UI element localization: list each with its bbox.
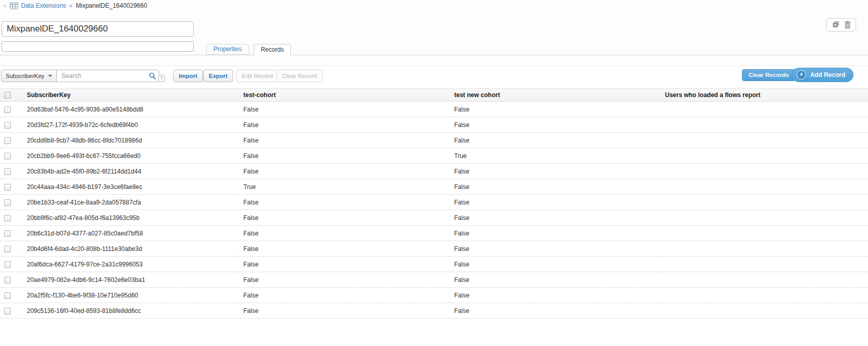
row-checkbox[interactable] bbox=[4, 246, 11, 253]
cell-flows-report bbox=[660, 164, 868, 179]
row-checkbox[interactable] bbox=[4, 277, 11, 284]
data-extension-records-page: « Data Extensions « MixpanelDE_164002966… bbox=[0, 0, 868, 346]
cell-test-new-cohort: False bbox=[449, 133, 660, 148]
cell-test-new-cohort: False bbox=[449, 179, 660, 195]
row-checkbox-cell bbox=[0, 133, 22, 148]
table-row: 20a2f5fc-f130-4be6-9f38-10e710e95d60Fals… bbox=[0, 288, 868, 303]
cell-subscriberkey: 20cdd8b8-9cb7-48db-86cc-8fdc7018986d bbox=[22, 133, 238, 148]
cell-test-new-cohort: False bbox=[449, 102, 660, 117]
export-button[interactable]: Export bbox=[203, 70, 233, 82]
cell-test-new-cohort: False bbox=[449, 195, 660, 210]
copy-icon[interactable] bbox=[832, 21, 840, 29]
cell-flows-report bbox=[660, 148, 868, 164]
row-checkbox-cell bbox=[0, 288, 22, 303]
row-checkbox-cell bbox=[0, 241, 22, 257]
collapse-chevron-icon[interactable]: « bbox=[3, 2, 7, 9]
cell-flows-report bbox=[660, 226, 868, 241]
cell-subscriberkey: 20bb9f6c-af82-47ea-805d-f6a13963c95b bbox=[22, 210, 238, 226]
add-record-button[interactable]: + Add Record bbox=[792, 68, 854, 82]
data-extension-icon bbox=[10, 3, 18, 9]
add-record-label: Add Record bbox=[810, 69, 845, 81]
table-row: 20be1b33-ceaf-41ce-8aa9-2da057887cfaFals… bbox=[0, 195, 868, 210]
cell-flows-report bbox=[660, 195, 868, 210]
import-button[interactable]: Import bbox=[173, 70, 203, 82]
de-description-input[interactable] bbox=[2, 41, 194, 52]
row-checkbox[interactable] bbox=[4, 122, 11, 129]
cell-subscriberkey: 20d3fd27-172f-4939-b72c-6cfedb69f4b0 bbox=[22, 117, 238, 133]
search-input[interactable] bbox=[57, 70, 159, 82]
de-name-input[interactable] bbox=[2, 21, 194, 37]
row-checkbox[interactable] bbox=[4, 106, 11, 113]
row-checkbox[interactable] bbox=[4, 215, 11, 222]
cell-flows-report bbox=[660, 102, 868, 117]
table-row: 20af6dca-6627-4179-97ce-2a31c9996053Fals… bbox=[0, 257, 868, 272]
cell-test-new-cohort: False bbox=[449, 210, 660, 226]
records-toolbar: SubscriberKey ? Import Export E bbox=[0, 66, 868, 88]
help-icon[interactable]: ? bbox=[158, 75, 165, 82]
records-panel: SubscriberKey ? Import Export E bbox=[0, 66, 868, 346]
search-icon[interactable] bbox=[149, 72, 156, 82]
row-checkbox-cell bbox=[0, 148, 22, 164]
cell-test-cohort: False bbox=[238, 257, 449, 272]
row-checkbox[interactable] bbox=[4, 137, 11, 144]
cell-test-new-cohort: False bbox=[449, 226, 660, 241]
cell-test-cohort: False bbox=[238, 133, 449, 148]
clear-records-button[interactable]: Clear Records bbox=[742, 69, 796, 81]
cell-test-new-cohort: False bbox=[449, 117, 660, 133]
plus-icon: + bbox=[797, 70, 806, 80]
row-checkbox-cell bbox=[0, 102, 22, 117]
column-header-test-cohort: test-cohort bbox=[238, 89, 449, 102]
edit-record-button[interactable]: Edit Record bbox=[236, 70, 278, 82]
breadcrumb-link-data-extensions[interactable]: Data Extensions bbox=[21, 2, 66, 9]
table-row: 20bb9f6c-af82-47ea-805d-f6a13963c95bFals… bbox=[0, 210, 868, 226]
row-checkbox[interactable] bbox=[4, 261, 11, 268]
row-checkbox[interactable] bbox=[4, 230, 11, 237]
table-row: 20cdd8b8-9cb7-48db-86cc-8fdc7018986dFals… bbox=[0, 133, 868, 148]
breadcrumb: « Data Extensions « MixpanelDE_164002966… bbox=[3, 2, 147, 10]
cell-flows-report bbox=[660, 179, 868, 195]
trash-icon[interactable] bbox=[844, 21, 851, 29]
tabs-underline bbox=[0, 55, 868, 55]
cell-test-cohort: False bbox=[238, 288, 449, 303]
column-header-test-new-cohort: test new cohort bbox=[449, 89, 660, 102]
cell-subscriberkey: 20be1b33-ceaf-41ce-8aa9-2da057887cfa bbox=[22, 195, 238, 210]
cell-flows-report bbox=[660, 257, 868, 272]
cell-test-new-cohort: False bbox=[449, 257, 660, 272]
row-checkbox[interactable] bbox=[4, 199, 11, 206]
cell-flows-report bbox=[660, 241, 868, 257]
clear-record-button[interactable]: Clear Record bbox=[276, 70, 323, 82]
row-checkbox[interactable] bbox=[4, 292, 11, 299]
select-all-checkbox[interactable] bbox=[4, 92, 11, 99]
table-row: 20d63baf-5476-4c95-9036-a90e5148bdd8Fals… bbox=[0, 102, 868, 117]
table-row: 20d3fd27-172f-4939-b72c-6cfedb69f4b0Fals… bbox=[0, 117, 868, 133]
cell-subscriberkey: 20d63baf-5476-4c95-9036-a90e5148bdd8 bbox=[22, 102, 238, 117]
select-all-cell bbox=[0, 89, 22, 102]
breadcrumb-current: MixpanelDE_1640029660 bbox=[76, 2, 147, 9]
table-row: 20cb2bb9-9ee6-493f-bc67-755fcca66ed0Fals… bbox=[0, 148, 868, 164]
cell-test-cohort: False bbox=[238, 195, 449, 210]
tabs: Properties Records bbox=[206, 44, 291, 56]
table-row: 20ae4979-082e-4db6-9c14-7602e6e03ba1Fals… bbox=[0, 272, 868, 288]
table-row: 20b6c31d-b07d-4377-a027-85c0aed7bf58Fals… bbox=[0, 226, 868, 241]
cell-test-new-cohort: True bbox=[449, 148, 660, 164]
search-field-dropdown[interactable]: SubscriberKey bbox=[1, 70, 57, 82]
table-header-row: SubscriberKey test-cohort test new cohor… bbox=[0, 89, 868, 102]
cell-test-new-cohort: False bbox=[449, 288, 660, 303]
records-tbody: 20d63baf-5476-4c95-9036-a90e5148bdd8Fals… bbox=[0, 102, 868, 319]
search-field-label: SubscriberKey bbox=[6, 73, 44, 79]
row-checkbox-cell bbox=[0, 210, 22, 226]
search-group: SubscriberKey bbox=[1, 70, 159, 82]
cell-flows-report bbox=[660, 303, 868, 319]
tab-records[interactable]: Records bbox=[254, 44, 291, 56]
row-checkbox[interactable] bbox=[4, 153, 11, 160]
cell-test-new-cohort: False bbox=[449, 303, 660, 319]
cell-test-cohort: False bbox=[238, 210, 449, 226]
cell-subscriberkey: 20c83b4b-ad2e-45f0-89b2-6f2114dd1d44 bbox=[22, 164, 238, 179]
row-checkbox[interactable] bbox=[4, 168, 11, 175]
table-row: 20b4d6f4-6dad-4c20-808b-1111e30abe3dFals… bbox=[0, 241, 868, 257]
tab-properties[interactable]: Properties bbox=[206, 44, 249, 55]
row-checkbox[interactable] bbox=[4, 308, 11, 314]
row-checkbox[interactable] bbox=[4, 184, 11, 191]
cell-test-cohort: False bbox=[238, 303, 449, 319]
cell-subscriberkey: 20ae4979-082e-4db6-9c14-7602e6e03ba1 bbox=[22, 272, 238, 288]
